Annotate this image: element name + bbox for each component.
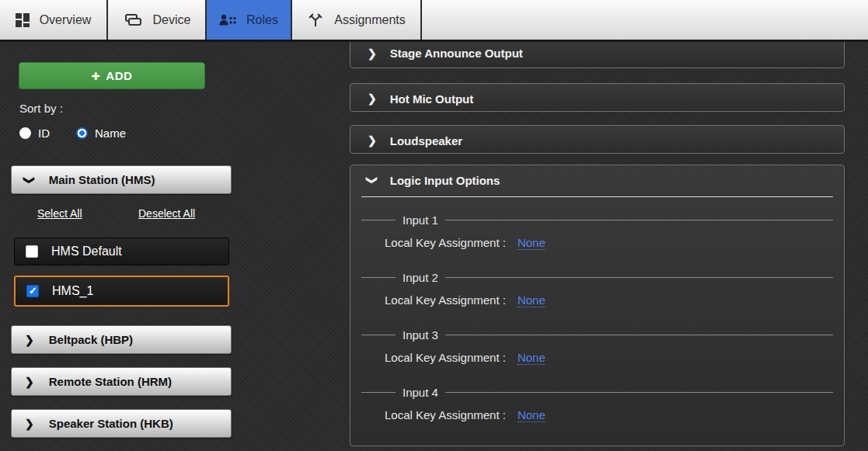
logic-input-group-4: Input 4 Local Key Assignment : None [361,385,833,422]
legend-line [361,277,396,278]
chevron-right-icon: ❯ [25,418,34,429]
chevron-right-icon: ❯ [368,93,377,104]
panel-hot-mic-output: ❯ Hot Mic Output [350,83,845,112]
tab-label: Assignments [334,13,406,27]
local-key-assignment-value-link[interactable]: None [518,236,546,250]
local-key-assignment-row: Local Key Assignment : None [385,408,833,422]
tab-bar: Overview Device Roles Assi [0,0,868,42]
radio-unchecked-icon[interactable] [19,127,31,139]
input-legend-label: Input 2 [403,271,438,284]
local-key-assignment-label: Local Key Assignment : [385,351,506,364]
chevron-down-icon: ❯ [367,175,378,185]
panel-logic-input-options: ❯ Logic Input Options Input 1 Local Key … [350,165,845,446]
role-item-hms-default[interactable]: HMS Default [14,238,229,265]
tab-device[interactable]: Device [108,0,207,40]
group-label: Remote Station (HRM) [49,375,172,388]
group-remote-station[interactable]: ❯ Remote Station (HRM) [11,367,232,396]
tab-roles[interactable]: Roles [207,0,292,40]
group-label: Speaker Station (HKB) [49,417,173,430]
sort-option-name[interactable]: Name [76,127,126,140]
legend-line [445,220,833,220]
role-item-label: HMS_1 [52,284,93,298]
chevron-right-icon: ❯ [368,135,377,146]
panel-header-loudspeaker[interactable]: ❯ Loudspeaker [350,126,844,155]
logic-input-group-3: Input 3 Local Key Assignment : None [361,328,833,365]
tab-label: Device [153,13,191,27]
local-key-assignment-label: Local Key Assignment : [385,293,506,307]
legend-line [445,335,833,335]
logic-input-group-2: Input 2 Local Key Assignment : None [361,270,833,307]
panel-title: Stage Announce Output [390,47,523,60]
input-legend-label: Input 4 [403,386,438,399]
local-key-assignment-value-link[interactable]: None [518,351,546,365]
local-key-assignment-row: Local Key Assignment : None [385,351,833,365]
header-divider [361,196,833,197]
chevron-right-icon: ❯ [25,335,34,345]
legend-line [445,392,833,393]
role-item-label: HMS Default [51,245,122,258]
chevron-right-icon: ❯ [25,376,34,387]
sort-by-label: Sort by : [19,102,63,115]
deselect-all-link[interactable]: Deselect All [138,207,195,220]
tab-label: Roles [246,13,278,27]
input-legend-label: Input 3 [403,328,438,342]
local-key-assignment-value-link[interactable]: None [518,293,546,307]
panel-title: Logic Input Options [390,174,500,187]
input-legend-label: Input 1 [403,213,438,227]
group-label: Beltpack (HBP) [49,333,133,346]
input-legend: Input 4 [361,385,833,399]
checkbox-checked-icon[interactable] [26,285,39,297]
tab-assignments[interactable]: Assignments [292,0,422,40]
group-main-station[interactable]: ❯ Main Station (HMS) [11,165,232,194]
legend-line [361,392,396,393]
local-key-assignment-label: Local Key Assignment : [385,408,506,422]
tab-label: Overview [40,13,92,27]
panel-header-logic-input-options[interactable]: ❯ Logic Input Options [350,165,844,195]
assignments-split-icon [307,12,324,29]
input-legend: Input 1 [361,213,833,227]
input-legend: Input 3 [361,328,833,342]
local-key-assignment-row: Local Key Assignment : None [385,293,833,307]
chevron-down-icon: ❯ [24,175,35,185]
local-key-assignment-label: Local Key Assignment : [385,236,506,249]
group-speaker-station[interactable]: ❯ Speaker Station (HKB) [11,409,232,438]
legend-line [361,220,396,220]
legend-line [445,277,833,278]
panel-loudspeaker: ❯ Loudspeaker [350,125,845,154]
dashboard-icon [16,13,30,27]
input-legend: Input 2 [361,270,833,284]
panel-header-stage-announce-output[interactable]: ❯ Stage Announce Output [350,37,844,69]
panel-title: Loudspeaker [390,134,462,147]
radio-checked-icon[interactable] [76,127,88,139]
tab-overview[interactable]: Overview [0,0,108,40]
select-all-link[interactable]: Select All [37,207,82,220]
sort-option-id[interactable]: ID [19,127,50,140]
logic-input-group-1: Input 1 Local Key Assignment : None [361,213,833,250]
local-key-assignment-value-link[interactable]: None [518,408,546,422]
group-label: Main Station (HMS) [49,173,155,186]
sort-options: ID Name [19,127,126,140]
role-item-hms-1[interactable]: HMS_1 [14,276,229,307]
panel-header-hot-mic-output[interactable]: ❯ Hot Mic Output [350,84,844,113]
people-icon [219,14,236,26]
device-icon [123,12,143,28]
radio-label: Name [95,127,126,140]
legend-line [361,335,396,335]
panel-title: Hot Mic Output [390,92,473,106]
add-button[interactable]: + ADD [19,62,205,89]
local-key-assignment-row: Local Key Assignment : None [385,236,833,250]
radio-label: ID [38,127,50,140]
group-beltpack[interactable]: ❯ Beltpack (HBP) [11,325,232,354]
add-button-label: ADD [106,69,132,82]
checkbox-unchecked-icon[interactable] [26,245,38,258]
plus-icon: + [92,68,101,83]
chevron-right-icon: ❯ [368,48,377,59]
